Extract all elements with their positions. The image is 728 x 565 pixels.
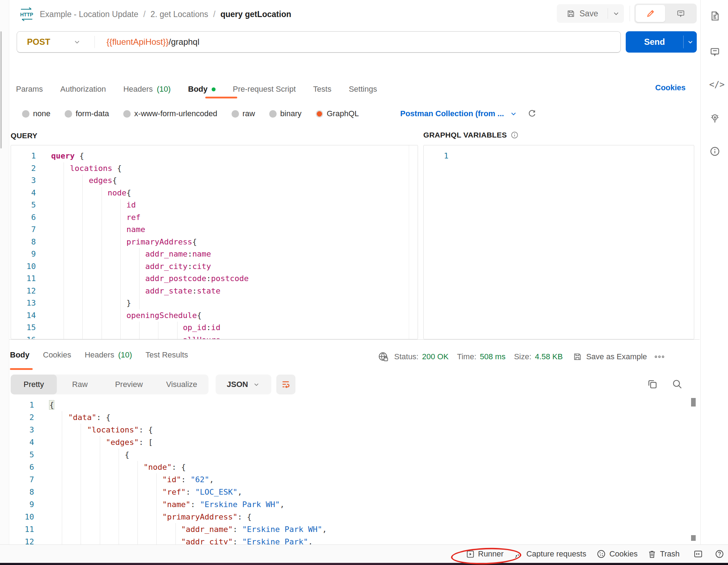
comment-mode-button[interactable] xyxy=(666,5,695,22)
tab-params[interactable]: Params xyxy=(16,85,43,94)
view-tab-pretty[interactable]: Pretty xyxy=(11,375,57,394)
code-line[interactable]: 7 name xyxy=(11,224,418,236)
search-response-button[interactable] xyxy=(671,378,683,390)
view-tab-raw[interactable]: Raw xyxy=(57,375,103,394)
chevron-down-icon[interactable] xyxy=(73,38,81,46)
graphql-query-editor[interactable]: 1query {2 locations {3 edges{4 node{5 id… xyxy=(11,145,418,339)
response-tab-cookies[interactable]: Cookies xyxy=(43,350,71,360)
size-value[interactable]: 4.58 KB xyxy=(535,352,563,361)
network-globe-icon[interactable] xyxy=(377,351,389,363)
tab-settings[interactable]: Settings xyxy=(349,85,377,94)
body-type-x-www-form-urlencoded[interactable]: x-www-form-urlencoded xyxy=(123,109,217,118)
code-line[interactable]: 1 xyxy=(424,150,694,162)
tab-pre-request-script[interactable]: Pre-request Script xyxy=(233,85,296,94)
code-line[interactable]: 2 "data": { xyxy=(9,411,691,424)
body-type-none[interactable]: none xyxy=(22,109,50,118)
info-icon[interactable] xyxy=(709,146,721,157)
runner-icon xyxy=(466,550,475,559)
response-tab-test-results[interactable]: Test Results xyxy=(146,350,188,360)
code-line[interactable]: 1{ xyxy=(9,399,691,411)
time-value[interactable]: 508 ms xyxy=(480,352,505,361)
two-pane-view-icon[interactable] xyxy=(693,549,703,559)
code-line[interactable]: 16 allHours xyxy=(11,334,418,339)
runner-button[interactable]: Runner xyxy=(466,549,504,559)
code-line[interactable]: 1query { xyxy=(11,150,418,162)
tab-headers[interactable]: Headers(10) xyxy=(123,85,170,94)
code-snippet-icon[interactable]: </> xyxy=(709,80,724,90)
url-input[interactable]: {{fluentApiHost}}/graphql xyxy=(107,37,200,47)
schema-dropdown[interactable]: Postman Collection (from ... xyxy=(400,109,504,118)
code-line[interactable]: 11 addr_postcode:postcode xyxy=(11,273,418,285)
trash-button[interactable]: Trash xyxy=(647,549,679,559)
code-line[interactable]: 9 addr_name:name xyxy=(11,248,418,260)
code-line[interactable]: 12 addr_state:state xyxy=(11,285,418,297)
code-line[interactable]: 10 "primaryAddress": { xyxy=(9,511,691,523)
send-options-button[interactable] xyxy=(684,38,697,45)
code-line[interactable]: 6 "node": { xyxy=(9,461,691,473)
response-body-viewer[interactable]: 1{2 "data": {3 "locations": {4 "edges": … xyxy=(9,395,691,544)
body-type-graphql[interactable]: GraphQL xyxy=(316,109,359,118)
indent-guide xyxy=(119,448,119,544)
code-line[interactable]: 15 op_id:id xyxy=(11,322,418,334)
cookies-link[interactable]: Cookies xyxy=(655,83,686,92)
response-tab-headers[interactable]: Headers(10) xyxy=(85,350,132,360)
breadcrumb-item-example-location-update[interactable]: Example - Location Update xyxy=(40,10,138,19)
send-button[interactable]: Send xyxy=(626,37,683,47)
code-line[interactable]: 8 "ref": "LOC_ESK", xyxy=(9,486,691,498)
status-value[interactable]: 200 OK xyxy=(422,352,449,361)
response-tab-body[interactable]: Body xyxy=(10,350,29,360)
tab-body[interactable]: Body xyxy=(188,85,216,94)
chevron-down-icon[interactable] xyxy=(510,110,517,118)
left-scrollbar-thumb[interactable] xyxy=(0,31,2,149)
format-selector[interactable]: JSON xyxy=(216,375,271,394)
method-selector[interactable]: POST xyxy=(27,37,73,47)
response-scrollbar-thumb[interactable] xyxy=(691,398,696,407)
query-editor-panel[interactable]: 1query {2 locations {3 edges{4 node{5 id… xyxy=(11,145,418,339)
comments-icon[interactable] xyxy=(709,46,721,58)
code-line[interactable]: 14 openingSchedule{ xyxy=(11,310,418,322)
code-line[interactable]: 4 node{ xyxy=(11,187,418,199)
code-line[interactable]: 13 } xyxy=(11,297,418,310)
view-tab-preview[interactable]: Preview xyxy=(103,375,155,394)
more-options-icon[interactable] xyxy=(654,354,665,360)
info-icon[interactable] xyxy=(510,131,519,139)
save-options-button[interactable] xyxy=(608,4,624,23)
code-line[interactable]: 3 edges{ xyxy=(11,174,418,187)
help-icon[interactable] xyxy=(715,549,724,559)
send-button-group: Send xyxy=(626,31,697,53)
body-type-binary[interactable]: binary xyxy=(269,109,301,118)
response-scrollbar-end[interactable] xyxy=(691,535,696,541)
wrap-lines-button[interactable] xyxy=(276,375,295,394)
breadcrumb-item-query-getlocation[interactable]: query getLocation xyxy=(221,10,291,19)
graphql-variables-editor[interactable]: 1 xyxy=(424,145,694,339)
tab-authorization[interactable]: Authorization xyxy=(60,85,106,94)
code-line[interactable]: 5 { xyxy=(9,448,691,461)
code-line[interactable]: 2 locations { xyxy=(11,162,418,175)
code-line[interactable]: 5 id xyxy=(11,199,418,211)
code-line[interactable]: 3 "locations": { xyxy=(9,424,691,436)
body-type-raw[interactable]: raw xyxy=(232,109,255,118)
documentation-icon[interactable] xyxy=(709,10,721,22)
tab-tests[interactable]: Tests xyxy=(313,85,331,94)
refresh-schema-icon[interactable] xyxy=(527,109,537,118)
cookies-button[interactable]: Cookies xyxy=(596,549,637,559)
code-line[interactable]: 4 "edges": [ xyxy=(9,436,691,448)
code-line[interactable]: 8 primaryAddress{ xyxy=(11,236,418,248)
code-line[interactable]: 10 addr_city:city xyxy=(11,260,418,273)
code-line[interactable]: 12 "addr_city": "Erskine Park", xyxy=(9,536,691,544)
breadcrumb-item-2-get-locations[interactable]: 2. get Locations xyxy=(151,10,208,19)
edit-mode-button[interactable] xyxy=(636,5,665,22)
lightbulb-icon[interactable] xyxy=(709,112,721,124)
code-line[interactable]: 6 ref xyxy=(11,211,418,224)
copy-response-button[interactable] xyxy=(646,378,658,390)
save-as-example-button[interactable]: Save as Example xyxy=(586,352,647,361)
indent-guide xyxy=(177,322,178,339)
capture-requests-button[interactable]: Capture requests xyxy=(514,549,586,559)
code-line[interactable]: 7 "id": "62", xyxy=(9,473,691,486)
code-line[interactable]: 9 "name": "Erskine Park WH", xyxy=(9,498,691,511)
code-line[interactable]: 11 "addr_name": "Erskine Park WH", xyxy=(9,523,691,536)
save-button[interactable]: Save xyxy=(557,4,608,23)
view-tab-visualize[interactable]: Visualize xyxy=(155,375,208,394)
variables-editor-panel[interactable]: 1 xyxy=(423,145,694,339)
body-type-form-data[interactable]: form-data xyxy=(65,109,109,118)
